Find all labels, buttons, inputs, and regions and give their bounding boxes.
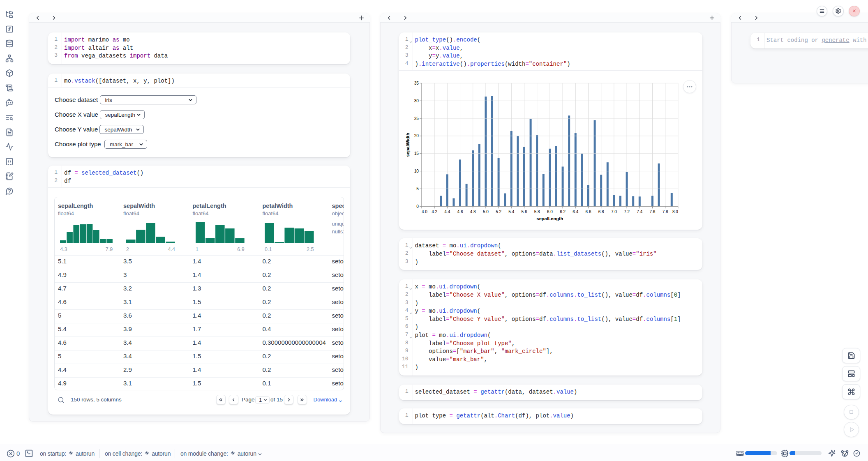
- svg-text:30: 30: [414, 99, 419, 103]
- svg-text:0: 0: [416, 204, 419, 209]
- svg-text:4.8: 4.8: [470, 210, 476, 214]
- svg-text:5: 5: [416, 187, 419, 191]
- svg-text:7.4: 7.4: [637, 210, 642, 214]
- svg-text:15: 15: [414, 152, 419, 156]
- svg-text:4.2: 4.2: [432, 210, 437, 214]
- svg-text:35: 35: [414, 81, 419, 85]
- svg-text:6.6: 6.6: [585, 210, 591, 214]
- svg-text:5.2: 5.2: [496, 210, 501, 214]
- svg-text:4.0: 4.0: [421, 210, 427, 214]
- svg-text:20: 20: [414, 134, 419, 138]
- svg-text:sepalLength: sepalLength: [536, 217, 563, 221]
- svg-text:4.4: 4.4: [444, 210, 450, 214]
- svg-text:6.8: 6.8: [598, 210, 604, 214]
- svg-text:6.0: 6.0: [547, 210, 552, 214]
- svg-text:7.8: 7.8: [662, 210, 668, 214]
- svg-text:5.6: 5.6: [521, 210, 527, 214]
- svg-text:4.6: 4.6: [457, 210, 463, 214]
- svg-text:10: 10: [414, 169, 419, 173]
- svg-text:25: 25: [414, 116, 419, 121]
- svg-text:sepalWidth: sepalWidth: [405, 133, 410, 157]
- svg-text:5.4: 5.4: [508, 210, 514, 214]
- svg-text:6.2: 6.2: [560, 210, 566, 214]
- svg-text:7.2: 7.2: [624, 210, 630, 214]
- svg-text:6.4: 6.4: [573, 210, 578, 214]
- svg-text:8.0: 8.0: [672, 210, 678, 214]
- svg-text:5.0: 5.0: [482, 210, 488, 214]
- svg-text:7.0: 7.0: [611, 210, 616, 214]
- svg-text:5.8: 5.8: [534, 210, 540, 214]
- svg-text:7.6: 7.6: [649, 210, 655, 214]
